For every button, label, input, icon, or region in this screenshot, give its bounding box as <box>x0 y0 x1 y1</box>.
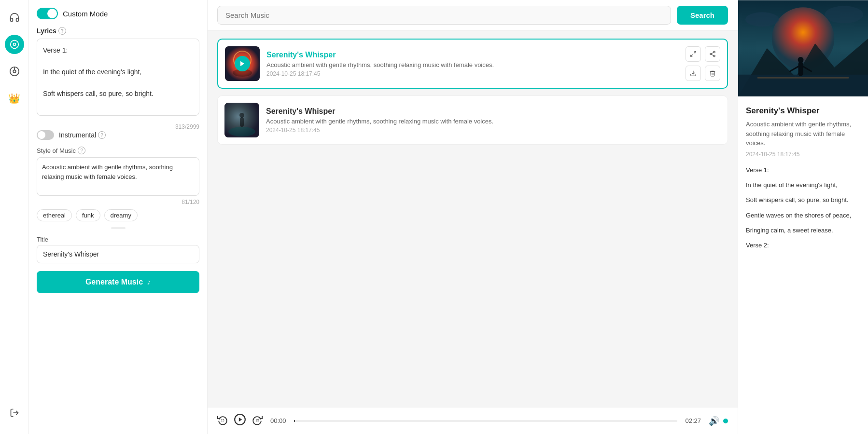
style-help-icon[interactable]: ? <box>78 147 85 154</box>
right-song-date: 2024-10-25 18:17:45 <box>746 151 860 158</box>
svg-line-16 <box>712 53 714 54</box>
song-title-2: Serenity's Whisper <box>266 107 721 116</box>
custom-mode-toggle[interactable] <box>37 8 58 19</box>
svg-marker-9 <box>240 61 244 67</box>
svg-point-13 <box>710 53 712 55</box>
style-box[interactable]: Acoustic ambient with gentle rhythms, so… <box>37 157 199 196</box>
toggle-knob <box>47 9 57 18</box>
logout-icon-btn[interactable] <box>5 403 24 422</box>
lyrics-line-2: Soft whispers call, so pure, so bright. <box>746 194 860 205</box>
song-desc-2: Acoustic ambient with gentle rhythms, so… <box>266 118 721 125</box>
tags-row: ethereal funk dreamy <box>37 209 199 221</box>
right-song-title: Serenity's Whisper <box>746 106 860 116</box>
svg-point-14 <box>714 55 715 57</box>
rewind-button[interactable]: 15 <box>217 414 228 427</box>
vinyl-icon-btn[interactable] <box>5 62 24 81</box>
lyrics-text: Verse 1: In the quiet of the evening's l… <box>43 45 193 99</box>
custom-mode-row: Custom Mode <box>37 8 199 19</box>
lyrics-help-icon[interactable]: ? <box>58 27 66 35</box>
svg-point-36 <box>825 6 863 23</box>
total-time: 02:27 <box>685 417 701 424</box>
song-thumb-1 <box>225 46 260 81</box>
lyrics-counter: 313/2999 <box>37 123 199 130</box>
search-input[interactable] <box>217 6 671 25</box>
song-info-1: Serenity's Whisper Acoustic ambient with… <box>266 51 679 77</box>
instrumental-label: Instrumental ? <box>59 131 106 139</box>
song-date-2: 2024-10-25 18:17:45 <box>266 127 721 134</box>
custom-mode-label: Custom Mode <box>63 10 108 18</box>
lyrics-line-3: Gentle waves on the shores of peace, <box>746 210 860 221</box>
songs-list: Serenity's Whisper Acoustic ambient with… <box>208 31 738 407</box>
svg-point-21 <box>239 113 244 118</box>
song-action-row-bottom-1 <box>686 66 720 81</box>
style-label: Style of Music ? <box>37 147 199 154</box>
lyrics-line-0: Verse 1: <box>746 164 860 176</box>
svg-line-11 <box>691 54 693 56</box>
svg-text:15: 15 <box>255 419 259 422</box>
lyrics-section-label: Lyrics ? <box>37 27 199 35</box>
style-text: Acoustic ambient with gentle rhythms, so… <box>42 163 173 180</box>
song-card-2[interactable]: Serenity's Whisper Acoustic ambient with… <box>217 95 728 145</box>
crown-icon-btn[interactable]: 👑 <box>5 89 24 108</box>
title-input[interactable] <box>37 245 199 263</box>
crown-symbol: 👑 <box>8 93 20 104</box>
search-bar-area: Search <box>208 0 738 31</box>
tag-dreamy[interactable]: dreamy <box>104 209 138 221</box>
title-section: Title <box>37 236 199 263</box>
right-panel-info: Serenity's Whisper Acoustic ambient with… <box>738 98 868 263</box>
svg-point-3 <box>13 70 16 73</box>
delete-icon-btn-1[interactable] <box>705 66 720 81</box>
album-art-container <box>738 0 868 98</box>
tag-ethereal[interactable]: ethereal <box>37 209 72 221</box>
svg-rect-31 <box>798 62 803 76</box>
instrumental-toggle[interactable] <box>37 130 54 140</box>
title-label: Title <box>37 236 199 243</box>
main-content: Search <box>208 0 738 434</box>
volume-icon[interactable]: 🔊 <box>709 416 719 426</box>
player-controls: 15 15 <box>217 413 263 428</box>
tag-funk[interactable]: funk <box>76 209 100 221</box>
right-lyrics: Verse 1: In the quiet of the evening's l… <box>746 164 860 251</box>
song-action-row-top-1 <box>686 46 720 62</box>
lyrics-box[interactable]: Verse 1: In the quiet of the evening's l… <box>37 39 199 116</box>
lyrics-line-1: In the quiet of the evening's light, <box>746 179 860 190</box>
song-card-1[interactable]: Serenity's Whisper Acoustic ambient with… <box>217 39 728 89</box>
song-date-1: 2024-10-25 18:17:45 <box>266 70 679 77</box>
play-pause-button[interactable] <box>234 413 246 428</box>
player-bar: 15 15 00:00 02:27 🔊 <box>208 407 738 434</box>
svg-point-35 <box>745 12 779 27</box>
forward-button[interactable]: 15 <box>252 414 263 427</box>
share-icon-btn-1[interactable] <box>705 46 720 62</box>
svg-rect-20 <box>240 117 244 127</box>
progress-bar[interactable] <box>294 420 678 422</box>
volume-dot <box>723 419 728 423</box>
music-note-icon-btn[interactable] <box>5 35 24 54</box>
generate-btn-icon: ♪ <box>147 278 151 286</box>
lyrics-line-5: Verse 2: <box>746 240 860 251</box>
svg-line-10 <box>694 52 696 54</box>
album-art-svg <box>738 0 868 96</box>
right-panel: Serenity's Whisper Acoustic ambient with… <box>738 0 868 434</box>
svg-point-1 <box>13 43 15 46</box>
expand-icon-btn-1[interactable] <box>686 46 701 62</box>
svg-point-0 <box>10 41 18 49</box>
progress-fill <box>294 420 295 422</box>
headphones-icon-btn[interactable] <box>5 8 24 27</box>
svg-text:15: 15 <box>221 419 224 422</box>
song-thumb-2 <box>224 103 259 137</box>
song-title-1: Serenity's Whisper <box>266 51 679 59</box>
volume-area: 🔊 <box>709 416 728 426</box>
download-icon-btn-1[interactable] <box>686 66 701 81</box>
instrumental-help-icon[interactable]: ? <box>98 131 106 139</box>
play-button-1[interactable] <box>235 56 250 71</box>
left-panel: Custom Mode Lyrics ? Verse 1: In the qui… <box>29 0 208 434</box>
generate-music-button[interactable]: Generate Music ♪ <box>37 271 199 293</box>
instrumental-toggle-knob <box>38 131 45 139</box>
svg-line-15 <box>712 54 714 55</box>
search-button[interactable]: Search <box>677 6 728 25</box>
song-actions-1 <box>686 46 720 81</box>
song-info-2: Serenity's Whisper Acoustic ambient with… <box>266 107 721 134</box>
svg-point-32 <box>798 57 804 63</box>
svg-rect-30 <box>757 77 849 79</box>
style-counter: 81/120 <box>37 199 199 205</box>
